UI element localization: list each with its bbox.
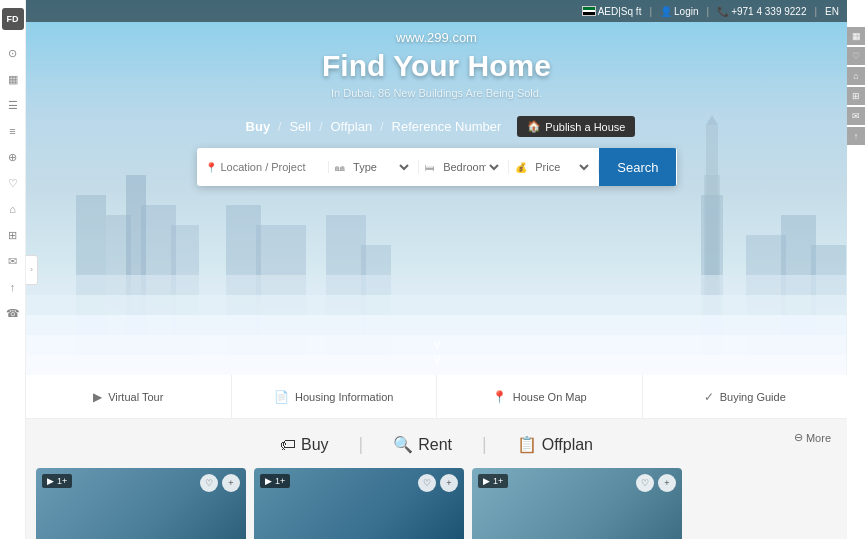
- feature-housing-info[interactable]: 📄 Housing Information: [232, 375, 438, 418]
- hero-title: Find Your Home: [322, 49, 551, 83]
- right-sidebar: ▦ ♡ ⌂ ⊞ ✉ ↑: [847, 22, 865, 392]
- prop-card-actions-3: ♡ +: [636, 474, 676, 492]
- sidebar-icon-2[interactable]: ▦: [3, 69, 23, 89]
- topbar: AED|Sq ft | 👤 Login | 📞 +971 4 339 9222 …: [26, 0, 847, 22]
- tab-div2: |: [482, 434, 487, 455]
- phone-number: +971 4 339 9222: [731, 6, 806, 17]
- app-logo[interactable]: FD: [2, 8, 24, 30]
- prop-add-2[interactable]: +: [440, 474, 458, 492]
- prop-add-1[interactable]: +: [222, 474, 240, 492]
- virtual-tour-label: Virtual Tour: [108, 391, 163, 403]
- nav-sell[interactable]: Sell: [281, 115, 319, 138]
- feature-buying-guide[interactable]: ✓ Buying Guide: [643, 375, 848, 418]
- more-link[interactable]: ⊖ More: [794, 431, 831, 444]
- rent-tag-icon: 🔍: [393, 435, 413, 454]
- sidebar-icon-4[interactable]: ≡: [3, 121, 23, 141]
- buy-tag-icon: 🏷: [280, 436, 296, 454]
- publish-button[interactable]: 🏠 Publish a House: [517, 116, 635, 137]
- type-select[interactable]: Type Apartment Villa Office: [349, 160, 412, 174]
- video-icon-3: ▶: [483, 476, 490, 486]
- house-map-label: House On Map: [513, 391, 587, 403]
- sidebar-icon-10[interactable]: ↑: [3, 277, 23, 297]
- bedroom-select[interactable]: Bedroom 1 2 3+: [439, 160, 502, 174]
- feature-house-map[interactable]: 📍 House On Map: [437, 375, 643, 418]
- tab-rent[interactable]: 🔍 Rent: [383, 431, 462, 458]
- housing-info-icon: 📄: [274, 390, 289, 404]
- video-icon: ▶: [47, 476, 54, 486]
- bedroom-group: 🛏 Bedroom 1 2 3+: [419, 160, 509, 174]
- user-icon: 👤: [660, 6, 672, 17]
- prop-card-2[interactable]: ▶ 1+ ♡ +: [254, 468, 464, 539]
- nav-reference[interactable]: Reference Number: [384, 115, 510, 138]
- more-label: More: [806, 432, 831, 444]
- tab-offplan[interactable]: 📋 Offplan: [507, 431, 603, 458]
- language-selector[interactable]: EN: [825, 6, 839, 17]
- topbar-div2: |: [707, 6, 710, 17]
- features-bar: ▶ Virtual Tour 📄 Housing Information 📍 H…: [26, 375, 847, 419]
- right-icon-3[interactable]: ⌂: [847, 67, 865, 85]
- hero-section: www.299.com Find Your Home In Dubai, 86 …: [26, 0, 847, 375]
- sidebar-collapse[interactable]: ›: [26, 255, 38, 285]
- right-icon-4[interactable]: ⊞: [847, 87, 865, 105]
- login-label: Login: [674, 6, 698, 17]
- prop-add-3[interactable]: +: [658, 474, 676, 492]
- buying-guide-label: Buying Guide: [720, 391, 786, 403]
- guide-icon: ✓: [704, 390, 714, 404]
- tab-buy[interactable]: 🏷 Buy: [270, 432, 339, 458]
- sidebar-icon-11[interactable]: ☎: [3, 303, 23, 323]
- hero-url: www.299.com: [396, 30, 477, 45]
- properties-tabs: 🏷 Buy | 🔍 Rent | 📋 Offplan: [26, 419, 847, 464]
- prop-card-1[interactable]: ▶ 1+ ♡ +: [36, 468, 246, 539]
- prop-card-actions-2: ♡ +: [418, 474, 458, 492]
- more-circle-icon: ⊖: [794, 431, 803, 444]
- currency-flag: AED|Sq ft: [582, 6, 642, 17]
- tab-div1: |: [359, 434, 364, 455]
- right-icon-2[interactable]: ♡: [847, 47, 865, 65]
- currency-label: AED|Sq ft: [598, 6, 642, 17]
- right-icon-5[interactable]: ✉: [847, 107, 865, 125]
- nav-buy[interactable]: Buy: [238, 115, 279, 138]
- housing-info-label: Housing Information: [295, 391, 393, 403]
- sidebar-icon-1[interactable]: ⊙: [3, 43, 23, 63]
- right-icon-6[interactable]: ↑: [847, 127, 865, 145]
- feature-virtual-tour[interactable]: ▶ Virtual Tour: [26, 375, 232, 418]
- uae-flag-icon: [582, 6, 596, 16]
- price-select[interactable]: Price 0 - 500K 500K - 1M 1M+: [531, 160, 592, 174]
- location-input[interactable]: [221, 161, 321, 173]
- prop-fav-3[interactable]: ♡: [636, 474, 654, 492]
- hero-content: www.299.com Find Your Home In Dubai, 86 …: [26, 30, 847, 186]
- video-icon-2: ▶: [265, 476, 272, 486]
- hero-subtitle: In Dubai, 86 New Buildings Are Being Sol…: [331, 87, 542, 99]
- prop-card-badge-2: ▶ 1+: [260, 474, 290, 488]
- search-button[interactable]: Search: [599, 148, 676, 186]
- properties-section: 🏷 Buy | 🔍 Rent | 📋 Offplan ⊖ More ▶ 1+: [26, 419, 847, 539]
- sidebar-icon-3[interactable]: ☰: [3, 95, 23, 115]
- tab-buy-label: Buy: [301, 436, 329, 454]
- login-button[interactable]: 👤 Login: [660, 6, 698, 17]
- location-icon: 📍: [205, 162, 217, 173]
- type-group: 🏘 Type Apartment Villa Office: [329, 160, 419, 174]
- phone-icon: 📞: [717, 6, 729, 17]
- sidebar-icon-7[interactable]: ⌂: [3, 199, 23, 219]
- prop-fav-1[interactable]: ♡: [200, 474, 218, 492]
- hero-nav: Buy / Sell / Offplan / Reference Number …: [238, 115, 636, 138]
- scroll-indicator[interactable]: ∨∨: [432, 337, 442, 365]
- map-icon: 📍: [492, 390, 507, 404]
- price-icon: 💰: [515, 162, 527, 173]
- tab-rent-label: Rent: [418, 436, 452, 454]
- virtual-tour-icon: ▶: [93, 390, 102, 404]
- nav-offplan[interactable]: Offplan: [322, 115, 380, 138]
- prop-card-3[interactable]: ▶ 1+ ♡ +: [472, 468, 682, 539]
- sidebar-icon-6[interactable]: ♡: [3, 173, 23, 193]
- prop-card-badge-1: ▶ 1+: [42, 474, 72, 488]
- prop-fav-2[interactable]: ♡: [418, 474, 436, 492]
- sidebar-icon-5[interactable]: ⊕: [3, 147, 23, 167]
- right-icon-1[interactable]: ▦: [847, 27, 865, 45]
- sidebar-icon-9[interactable]: ✉: [3, 251, 23, 271]
- publish-label: Publish a House: [545, 121, 625, 133]
- tab-offplan-label: Offplan: [542, 436, 593, 454]
- sidebar-icon-8[interactable]: ⊞: [3, 225, 23, 245]
- bed-icon: 🛏: [425, 162, 435, 173]
- prop-card-badge-3: ▶ 1+: [478, 474, 508, 488]
- topbar-div3: |: [814, 6, 817, 17]
